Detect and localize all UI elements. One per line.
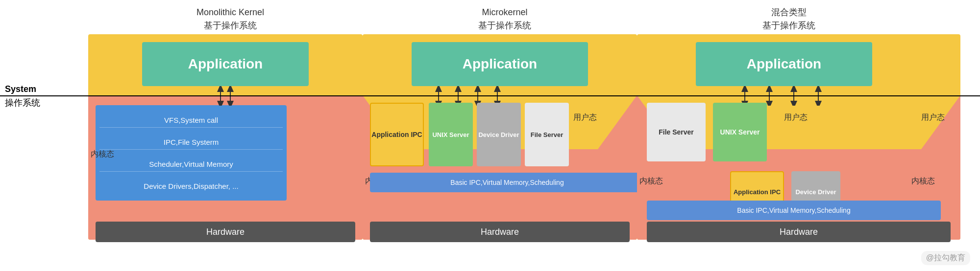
hybrid-title-line2: 基于操作系统 [642,19,936,32]
hybrid-file-server-label: File Server [659,128,694,136]
mono-kernel-item-scheduler: Scheduler,Virtual Memory [99,157,283,172]
mono-kernel-item-ipc: IPC,File Systerm [99,135,283,150]
hybrid-file-server-box: File Server [647,103,706,161]
hybrid-neike-label: 内核态 [639,176,663,186]
hybrid-app-ipc-label: Application IPC [734,188,781,196]
micro-unix-server-box: UNIX Server [429,103,473,166]
hybrid-ipc-bar: Basic IPC,Virtual Memory,Scheduling [647,201,941,220]
hybrid-application-box: Application [696,42,872,86]
monolithic-title: Monolithic Kernel 基于操作系统 [98,6,363,32]
hybrid-title-line1: 混合类型 [642,6,936,19]
hybrid-yonghu-label1: 用户态 [784,113,808,123]
mono-hw-label: Hardware [206,227,245,237]
monolithic-title-line1: Monolithic Kernel [98,6,363,19]
hybrid-title: 混合类型 基于操作系统 [642,6,936,32]
hybrid-yonghu-label2: 用户态 [921,113,945,123]
system-label: System [5,84,36,94]
hybrid-hw-label: Hardware [780,227,818,237]
hybrid-app-label: Application [747,56,821,72]
hybrid-device-driver-label: Device Driver [795,188,836,196]
watermark: @拉勾教育 [921,251,970,265]
monolithic-title-line2: 基于操作系统 [98,19,363,32]
micro-ipc-bar: Basic IPC,Virtual Memory,Scheduling [370,173,644,192]
micro-file-server-box: File Server [525,103,569,166]
hybrid-neike-label2: 内核态 [911,176,935,186]
micro-device-driver-box: Device Driver [477,103,521,166]
mono-neike-label: 内核态 [91,149,114,159]
system-line [0,95,980,96]
micro-app-label: Application [463,56,537,72]
diagram-container: Monolithic Kernel 基于操作系统 Microkernel 基于操… [0,0,980,271]
hybrid-hardware-box: Hardware [647,222,951,242]
hybrid-unix-server-box: UNIX Server [713,103,767,161]
mono-kernel-item-vfs: VFS,System call [99,113,283,128]
hybrid-unix-server-label: UNIX Server [720,128,760,136]
microkernel-title: Microkernel 基于操作系统 [372,6,637,32]
micro-unix-server-label: UNIX Server [432,131,469,138]
micro-application-box: Application [412,42,588,86]
microkernel-title-line2: 基于操作系统 [372,19,637,32]
mono-kernel-item-drivers: Device Drivers,Dispatcher, ... [99,179,283,193]
micro-app-ipc-label: Application IPC [371,131,422,138]
micro-device-driver-label: Device Driver [478,131,519,138]
os-label: 操作系统 [5,97,40,109]
micro-file-server-label: File Server [531,131,564,138]
mono-application-box: Application [142,42,309,86]
microkernel-title-line1: Microkernel [372,6,637,19]
micro-yonghu-label: 用户态 [573,113,597,123]
mono-hardware-box: Hardware [96,222,355,242]
micro-ipc-bar-label: Basic IPC,Virtual Memory,Scheduling [450,179,564,186]
hybrid-ipc-bar-label: Basic IPC,Virtual Memory,Scheduling [737,206,850,214]
mono-kernel-box: VFS,System call IPC,File Systerm Schedul… [96,105,287,201]
mono-app-label: Application [188,56,263,72]
micro-hardware-box: Hardware [370,222,630,242]
micro-hw-label: Hardware [481,227,519,237]
micro-app-ipc-box: Application IPC [370,103,424,166]
